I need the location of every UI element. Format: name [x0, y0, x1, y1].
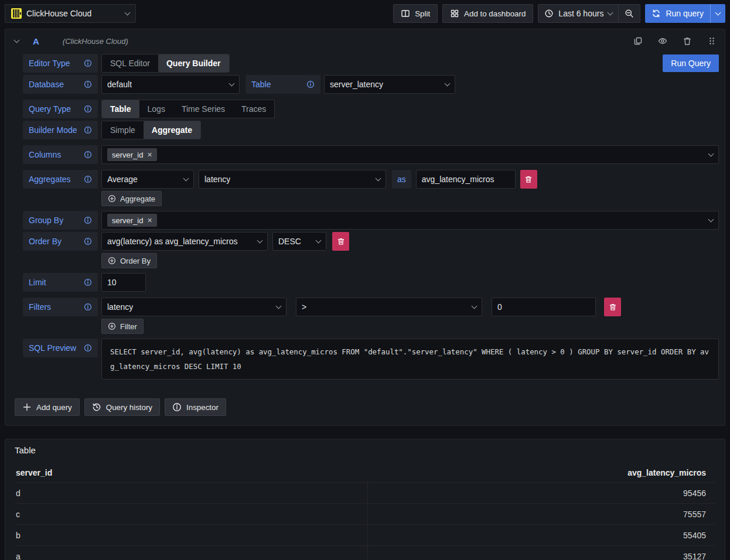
info-circle-icon[interactable] — [84, 278, 92, 286]
info-circle-icon[interactable] — [306, 80, 315, 88]
sql-preview-label: SQL Preview — [23, 339, 98, 357]
column-header-avg-latency-micros[interactable]: avg_latency_micros — [367, 468, 715, 477]
run-query-button[interactable]: Run query — [645, 4, 710, 23]
info-circle-icon[interactable] — [84, 151, 92, 159]
table-panel: Table server_id avg_latency_micros d 954… — [5, 439, 725, 560]
split-icon — [401, 9, 410, 18]
split-label: Split — [415, 9, 430, 18]
add-order-by-button[interactable]: Order By — [101, 253, 157, 268]
chevron-down-icon — [183, 175, 189, 181]
datasource-name: ClickHouse Cloud — [26, 9, 121, 18]
limit-input[interactable]: 10 — [101, 273, 146, 292]
eye-icon — [658, 36, 667, 46]
panel-run-query-button[interactable]: Run Query — [663, 54, 719, 72]
filter-column-select[interactable]: latency — [101, 298, 286, 316]
query-type-time-series[interactable]: Time Series — [173, 100, 233, 118]
cell-avg-latency: 35127 — [367, 546, 715, 560]
add-query-button[interactable]: Add query — [15, 398, 80, 416]
clickhouse-logo-icon — [11, 8, 22, 19]
chevron-down-icon — [715, 9, 721, 15]
info-circle-icon[interactable] — [84, 80, 92, 88]
editor-type-toggle: SQL Editor Query Builder — [101, 54, 230, 73]
chevron-down-icon — [376, 175, 381, 181]
table-label: Table — [245, 75, 320, 94]
query-type-traces[interactable]: Traces — [233, 100, 274, 118]
cell-avg-latency: 55405 — [367, 525, 715, 545]
remove-icon[interactable]: × — [147, 216, 152, 224]
clock-icon — [544, 9, 554, 18]
remove-order-by-button[interactable] — [332, 232, 349, 251]
database-table-row: Database default Table server_latency — [23, 75, 719, 94]
info-circle-icon[interactable] — [84, 303, 92, 311]
chevron-down-icon — [708, 216, 714, 222]
group-by-multiselect[interactable]: server_id × — [101, 211, 719, 230]
order-by-row: Order By avg(latency) as avg_latency_mic… — [23, 232, 719, 251]
info-circle-icon[interactable] — [84, 105, 92, 113]
query-history-button[interactable]: Query history — [84, 398, 160, 416]
info-circle-icon[interactable] — [84, 216, 92, 224]
query-type-logs[interactable]: Logs — [139, 100, 173, 118]
split-button[interactable]: Split — [393, 4, 438, 23]
database-select[interactable]: default — [101, 75, 240, 94]
editor-type-sql-editor[interactable]: SQL Editor — [102, 54, 158, 72]
time-controls: Last 6 hours — [538, 4, 640, 23]
inspector-button[interactable]: Inspector — [165, 398, 226, 416]
zoom-out-time-button[interactable] — [618, 5, 640, 22]
duplicate-query-button[interactable] — [633, 36, 643, 46]
table-header-row: server_id avg_latency_micros — [15, 463, 715, 482]
info-circle-icon[interactable] — [84, 59, 92, 67]
cell-server-id: c — [15, 510, 367, 519]
run-query-dropdown[interactable] — [710, 4, 725, 23]
editor-type-query-builder[interactable]: Query Builder — [158, 54, 229, 72]
chevron-down-icon — [608, 9, 613, 15]
query-type-table[interactable]: Table — [102, 100, 139, 118]
column-chip: server_id × — [107, 148, 157, 161]
collapse-chevron-icon[interactable] — [14, 37, 20, 43]
order-by-field-select[interactable]: avg(latency) as avg_latency_micros — [101, 232, 268, 251]
remove-query-button[interactable] — [683, 36, 692, 46]
info-circle-icon[interactable] — [84, 126, 92, 134]
explore-toolbar: ClickHouse Cloud Split Add to dashboard … — [0, 0, 730, 26]
cell-avg-latency: 75557 — [367, 504, 715, 524]
sql-preview-text: SELECT server_id, avg(latency) as avg_la… — [101, 339, 719, 380]
query-type-row: Query Type Table Logs Time Series Traces — [23, 100, 719, 118]
datasource-picker[interactable]: ClickHouse Cloud — [5, 4, 136, 23]
add-to-dashboard-button[interactable]: Add to dashboard — [442, 4, 533, 23]
drag-handle[interactable] — [707, 36, 717, 46]
add-aggregate-button[interactable]: Aggregate — [101, 191, 162, 206]
remove-aggregate-button[interactable] — [520, 170, 537, 189]
filter-value-input[interactable]: 0 — [492, 298, 596, 316]
remove-icon[interactable]: × — [147, 151, 152, 159]
limit-label: Limit — [23, 273, 98, 292]
aggregate-function-select[interactable]: Average — [101, 170, 194, 189]
grip-dots-icon — [707, 36, 717, 46]
remove-filter-button[interactable] — [604, 298, 621, 316]
disable-query-button[interactable] — [658, 36, 667, 46]
table-row: c 75557 — [15, 503, 715, 524]
filter-operator-select[interactable]: > — [296, 298, 482, 316]
info-circle-icon[interactable] — [84, 344, 92, 352]
table-row: a 35127 — [15, 545, 715, 560]
table-select[interactable]: server_latency — [324, 75, 455, 94]
column-header-server-id[interactable]: server_id — [15, 468, 367, 477]
plus-circle-icon — [108, 257, 116, 265]
time-range-picker[interactable]: Last 6 hours — [538, 5, 618, 22]
trash-icon — [683, 36, 692, 46]
aggregates-row: Aggregates Average latency as avg_latenc… — [23, 170, 719, 189]
cell-avg-latency: 95456 — [367, 483, 715, 503]
chevron-down-icon — [257, 237, 263, 243]
info-circle-icon[interactable] — [84, 237, 92, 245]
builder-mode-simple[interactable]: Simple — [102, 121, 144, 139]
group-by-chip: server_id × — [107, 214, 157, 227]
aggregate-column-select[interactable]: latency — [199, 170, 386, 189]
columns-multiselect[interactable]: server_id × — [101, 145, 719, 164]
order-by-direction-select[interactable]: DESC — [272, 232, 326, 251]
builder-mode-aggregate[interactable]: Aggregate — [144, 121, 200, 139]
filters-row: Filters latency > 0 — [23, 298, 719, 316]
add-to-dashboard-label: Add to dashboard — [464, 9, 526, 18]
apps-grid-icon — [450, 9, 459, 18]
info-circle-icon[interactable] — [84, 175, 92, 183]
add-filter-button[interactable]: Filter — [101, 319, 144, 334]
copy-icon — [633, 36, 643, 46]
aggregate-alias-input[interactable]: avg_latency_micros — [416, 170, 516, 189]
